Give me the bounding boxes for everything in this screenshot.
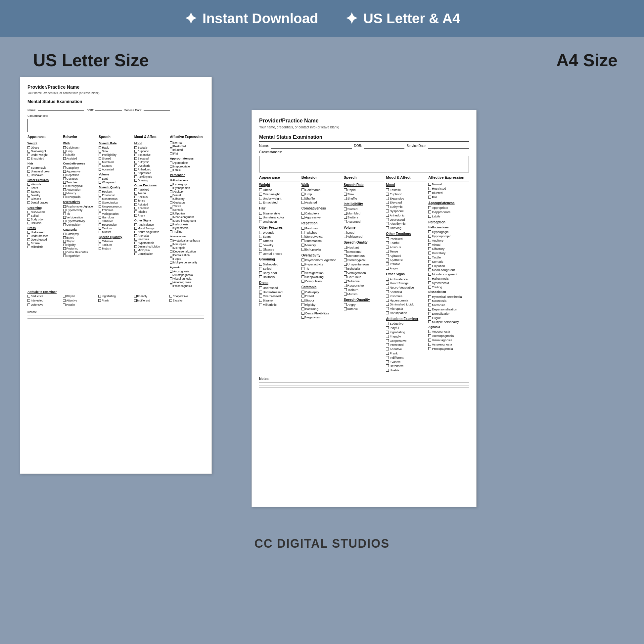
a4-mood-col: Mood & Affect Mood Ecstatic Euphoric Exp…: [386, 175, 427, 373]
us-size-label: US Letter Size: [26, 50, 232, 70]
us-emaciated: Emaciated: [27, 157, 62, 161]
a4-columns-grid: Appearance Weight Obese Over-weight Unde…: [259, 175, 469, 373]
us-behavior-header: Behavior: [63, 135, 98, 140]
footer-brand: CC DIGITAL STUDIOS: [0, 527, 644, 561]
us-obese: Obese: [27, 146, 62, 150]
us-provider-name: Provider/Practice Name: [27, 84, 204, 90]
us-underweight: Under-weight: [27, 153, 62, 157]
us-dob-label: DOB:: [87, 108, 122, 113]
us-notes-section: Notes:: [27, 310, 204, 319]
a4-circumstances-box[interactable]: [259, 156, 469, 172]
us-form-row-name: Name: DOB: Service Date:: [27, 108, 204, 113]
us-letter-section: US Letter Size Provider/Practice Name Yo…: [20, 50, 232, 507]
us-provider-sub: Your name, credentials, or contact info …: [27, 91, 204, 95]
us-circumstances-box[interactable]: [27, 119, 204, 132]
a4-notes-section: Notes:: [259, 377, 469, 388]
us-circumstances-label: Circumstances:: [27, 114, 204, 118]
us-mood-col: Mood & Affect Mood Ecstatic Euphoric Exp…: [134, 135, 169, 288]
banner-item-2: ✦ US Letter & A4: [345, 9, 460, 28]
us-name-label: Name:: [27, 108, 84, 113]
a4-card: Provider/Practice Name Your name, creden…: [252, 110, 477, 507]
us-appearance-header: Appearance: [27, 135, 62, 140]
us-affective-header: Affective Expression: [170, 135, 204, 140]
a4-mse-title: Mental Status Examination: [259, 133, 469, 142]
us-dob-field[interactable]: [95, 110, 122, 111]
a4-circumstances-row: Circumstances:: [259, 150, 469, 155]
us-mse-title: Mental Status Examination: [27, 99, 204, 106]
banner-text-2: US Letter & A4: [363, 11, 460, 26]
a4-provider-name: Provider/Practice Name: [259, 117, 469, 124]
us-mood-header: Mood & Affect: [134, 135, 169, 140]
us-affective-col: Affective Expression Normal Restricted B…: [170, 135, 204, 288]
us-overweight: Over-weight: [27, 150, 62, 153]
a4-speech-col: Speech Speech Rate Rapid Slow Shuffle In…: [344, 175, 385, 373]
us-behavior-col: Behavior Walk Gait/march Limp Shuffle As…: [63, 135, 98, 288]
us-name-field[interactable]: [38, 110, 84, 111]
banner-item-1: ✦ Instant Download: [184, 9, 318, 28]
us-attitude-section: Attitude to Examiner Seductive Playful I…: [27, 290, 204, 307]
us-service-date-field[interactable]: [144, 110, 170, 111]
main-content: US Letter Size Provider/Practice Name Yo…: [0, 37, 644, 520]
us-letter-card: Provider/Practice Name Your name, creden…: [20, 77, 212, 474]
us-notes-label: Notes:: [27, 310, 204, 314]
star-icon-1: ✦: [184, 9, 197, 28]
top-banner: ✦ Instant Download ✦ US Letter & A4: [0, 0, 644, 37]
a4-size-label: A4 Size: [252, 50, 618, 70]
a4-affective-col: Affective Expression Normal Restricted B…: [428, 175, 469, 373]
us-speech-col: Speech Speech Rate Rapid Slow Intelligib…: [99, 135, 133, 288]
a4-section: A4 Size Provider/Practice Name Your name…: [252, 50, 624, 507]
a4-form-row-name: Name: DOB: Service Date:: [259, 144, 469, 149]
star-icon-2: ✦: [345, 9, 358, 28]
us-speech-header: Speech: [99, 135, 133, 140]
us-columns-grid: Appearance Weight Obese Over-weight Unde…: [27, 135, 204, 288]
us-appearance-col: Appearance Weight Obese Over-weight Unde…: [27, 135, 62, 288]
us-service-date-label: Service Date:: [124, 108, 170, 113]
banner-text-1: Instant Download: [203, 11, 318, 26]
a4-behavior-col: Behavior Walk Gait/march Limp Shuffle As…: [301, 175, 342, 373]
a4-appearance-col: Appearance Weight Obese Over-weight Unde…: [259, 175, 300, 373]
a4-provider-sub: Your name, credentials, or contact info …: [259, 125, 469, 130]
a4-notes-label: Notes:: [259, 377, 469, 382]
